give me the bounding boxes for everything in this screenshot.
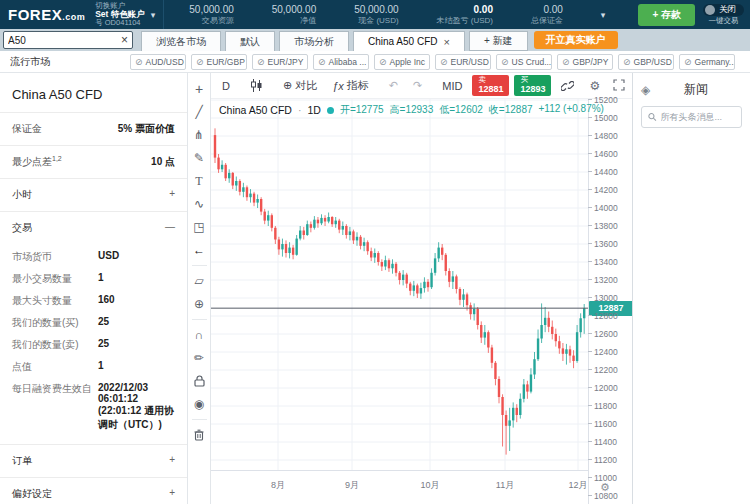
price-axis-label: 13600 xyxy=(594,239,618,249)
market-chip-eurgbp[interactable]: ⊘EUR/GBP xyxy=(191,54,247,70)
close-tab-icon[interactable]: × xyxy=(443,36,449,48)
news-panel-title: 新闻 xyxy=(650,81,742,98)
account-switcher[interactable]: 切换账户 Set 特色账户 号 OD041104 ▾ xyxy=(95,0,164,29)
time-axis-label: 10月 xyxy=(416,479,444,492)
new-tab-button[interactable]: + 新建 xyxy=(469,31,528,51)
metric-unrealized-pl: 0.00未结盈亏 (USD) xyxy=(437,4,493,25)
chart-toolbar: D ⊕对比 ƒx指标 ↶ ↷ MID 卖12881 买12893 ⚙ xyxy=(211,73,632,99)
expand-icon: + xyxy=(169,454,175,468)
toggle-knob-icon xyxy=(705,5,715,15)
clear-search-icon[interactable]: × xyxy=(121,34,128,46)
ruler-icon[interactable]: ▱ xyxy=(191,273,208,289)
plus-circle-icon: ⊕ xyxy=(283,79,292,92)
drawing-toolbar: + ╱ ⋔ ✎ T ∿ ◳ ← ▱ ⊕ ∩ ✏ ◉ xyxy=(188,73,211,504)
section-preferences[interactable]: 偏好设定+ xyxy=(0,477,187,504)
sell-button[interactable]: 卖12881 xyxy=(472,75,509,95)
market-chip-eurjpy[interactable]: ⊘EUR/JPY xyxy=(252,54,308,70)
metrics-chevron-down-icon[interactable]: ▾ xyxy=(601,10,606,20)
market-status-icon: ⊘ xyxy=(623,57,631,67)
price-axis-label: 14600 xyxy=(594,149,618,159)
link-icon[interactable] xyxy=(556,79,579,93)
legend-close: 收=12887 xyxy=(489,103,533,117)
hide-drawings-eye-icon[interactable]: ◉ xyxy=(191,396,208,412)
market-chip-apple[interactable]: ⊘Apple Inc xyxy=(374,54,430,70)
market-chip-eurusd[interactable]: ⊘EUR/USD xyxy=(435,54,491,70)
open-real-account-button[interactable]: 开立真实账户 xyxy=(534,31,618,49)
tab-china-a50-cfd[interactable]: China A50 CFD × xyxy=(353,31,465,51)
compare-button[interactable]: ⊕对比 xyxy=(278,76,322,95)
time-axis[interactable]: 8月9月10月11月12月 xyxy=(211,470,588,500)
brush-icon[interactable]: ✎ xyxy=(191,150,208,166)
metric-trading-resources: 50,000.00交易资源 xyxy=(189,4,234,25)
pattern-tool-icon[interactable]: ∿ xyxy=(191,196,208,212)
tab-default[interactable]: 默认 xyxy=(225,31,275,51)
section-hours[interactable]: 小时+ xyxy=(0,178,187,211)
buy-button[interactable]: 买12893 xyxy=(514,75,551,95)
forecast-tool-icon[interactable]: ◳ xyxy=(191,219,208,235)
legend-high: 高=12933 xyxy=(390,103,434,117)
time-axis-label: 12月 xyxy=(564,479,592,492)
candle-style-icon[interactable] xyxy=(245,77,268,94)
undo-icon[interactable]: ↶ xyxy=(384,77,403,94)
tab-browse-markets[interactable]: 浏览各市场 xyxy=(141,31,221,51)
lock-drawings-icon[interactable] xyxy=(191,373,208,389)
account-number: 号 OD041104 xyxy=(95,19,145,27)
stay-in-drawing-mode-icon[interactable]: ✏ xyxy=(191,350,208,366)
expand-icon: + xyxy=(169,487,175,501)
chart-legend: China A50 CFD · 1D 开=12775 高=12933 低=126… xyxy=(219,103,604,117)
time-axis-label: 11月 xyxy=(491,479,519,492)
market-chip-gbpusd[interactable]: ⊘GBP/USD xyxy=(618,54,674,70)
trend-line-icon[interactable]: ╱ xyxy=(191,104,208,120)
redo-icon[interactable]: ↷ xyxy=(408,77,427,94)
zoom-in-icon[interactable]: ⊕ xyxy=(191,296,208,312)
price-axis-label: 13200 xyxy=(594,275,618,285)
section-trade[interactable]: 交易— xyxy=(0,211,187,244)
interval-button[interactable]: D xyxy=(217,78,235,94)
candlestick-chart[interactable] xyxy=(211,99,588,470)
metric-cash: 50,000.00现金 (USD) xyxy=(354,4,399,25)
price-axis-label: 12600 xyxy=(594,329,618,339)
crosshair-icon[interactable]: + xyxy=(191,81,208,97)
axis-settings-gear-icon[interactable]: ⚙ xyxy=(600,481,610,494)
price-axis[interactable]: 12887 1520015000148001460014400142001400… xyxy=(588,99,632,504)
market-status-icon: ⊘ xyxy=(196,57,204,67)
legend-low: 低=12602 xyxy=(439,103,483,117)
price-axis-label: 14400 xyxy=(594,167,618,177)
trade-row-financing: 每日融资费生效自2022/12/03 06:01:12 (22:01:12 通用… xyxy=(0,378,187,436)
popular-markets-title: 流行市场 xyxy=(0,55,130,69)
collapse-icon: — xyxy=(165,221,175,235)
market-status-icon: ⊘ xyxy=(257,57,265,67)
market-status-icon: ⊘ xyxy=(501,57,509,67)
symbol-search-input[interactable] xyxy=(8,35,121,46)
deposit-button[interactable]: + 存款 xyxy=(638,4,695,26)
toolbar-divider xyxy=(192,319,207,320)
trash-icon[interactable] xyxy=(191,427,208,443)
arrow-tool-icon[interactable]: ← xyxy=(191,242,208,258)
fullscreen-icon[interactable] xyxy=(613,79,625,93)
section-orders[interactable]: 订单+ xyxy=(0,444,187,477)
market-status-icon: ⊘ xyxy=(440,57,448,67)
news-search-box[interactable] xyxy=(641,106,742,128)
mid-price-mode-button[interactable]: MID xyxy=(437,78,467,94)
layers-icon[interactable]: ◈ xyxy=(641,83,650,97)
symbol-search-box[interactable]: × xyxy=(3,31,133,49)
one-click-trading-toggle[interactable]: 关闭 一键交易 xyxy=(703,4,744,25)
gann-fibonacci-icon[interactable]: ⋔ xyxy=(191,127,208,143)
market-chip-gbpjpy[interactable]: ⊘GBP/JPY xyxy=(557,54,613,70)
news-search-input[interactable] xyxy=(661,112,735,122)
indicators-button[interactable]: ƒx指标 xyxy=(327,76,374,95)
search-icon xyxy=(648,112,657,122)
toolbar-divider xyxy=(192,419,207,420)
text-tool-icon[interactable]: T xyxy=(191,173,208,189)
expand-icon: + xyxy=(169,188,175,202)
margin-row: 保证金5% 票面价值 xyxy=(0,112,187,145)
magnet-icon[interactable]: ∩ xyxy=(191,327,208,343)
market-chip-audusd[interactable]: ⊘AUD/USD xyxy=(130,54,186,70)
market-chip-uscrude[interactable]: ⊘US Crud... xyxy=(496,54,552,70)
tab-market-analysis[interactable]: 市场分析 xyxy=(279,31,349,51)
price-axis-label: 12200 xyxy=(594,365,618,375)
market-chip-alibaba[interactable]: ⊘Alibaba ... xyxy=(313,54,369,70)
time-axis-label: 9月 xyxy=(338,479,366,492)
chart-settings-gear-icon[interactable]: ⚙ xyxy=(584,77,605,95)
market-chip-germany[interactable]: ⊘Germany... xyxy=(679,54,735,70)
